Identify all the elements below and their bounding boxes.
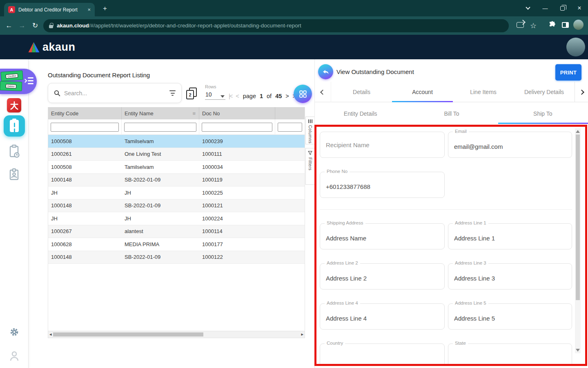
table-cell: 1000508 <box>48 138 122 144</box>
tab-close-icon[interactable]: × <box>87 7 91 12</box>
column-header-entity-name[interactable]: Entity Name≡ <box>122 107 199 119</box>
address-line-4-field[interactable]: Address Line 4 Address Line 4 <box>320 303 445 330</box>
email-field[interactable]: Email email@gmail.com <box>448 132 572 158</box>
settings-gear-icon[interactable] <box>9 327 19 339</box>
phone-no-field[interactable]: Phone No +601233877688 <box>320 172 445 198</box>
table-row[interactable]: 1000148SB-2022-01-091000121 <box>48 200 305 213</box>
address-line-5-field[interactable]: Address Line 5 Address Line 5 <box>448 303 572 330</box>
address-line-2-field[interactable]: Address Line 2 Address Line 2 <box>320 263 445 289</box>
browser-profile-avatar[interactable] <box>572 20 585 32</box>
table-row[interactable]: 1000148SB-2022-01-091000119 <box>48 174 305 187</box>
rows-caret-icon[interactable] <box>220 95 225 98</box>
print-button[interactable]: PRINT <box>555 64 581 81</box>
menu-open-icon[interactable] <box>24 77 33 85</box>
window-restore-button[interactable] <box>554 0 571 16</box>
window-dropdown-icon[interactable] <box>519 0 537 16</box>
tabs-scroll-left-icon[interactable] <box>315 82 331 102</box>
table-row[interactable]: JHJH1000225 <box>48 186 305 200</box>
tab-delivery-details[interactable]: Delivery Details <box>514 82 575 102</box>
angular-favicon-icon: A <box>8 6 15 13</box>
page-number: 1 <box>260 93 263 99</box>
browser-menu-kebab-icon[interactable]: ⋮ <box>585 22 588 29</box>
first-page-button[interactable]: |< <box>229 93 232 99</box>
scroll-left-icon[interactable]: ◂ <box>49 332 52 337</box>
filter-input-extra[interactable] <box>278 123 302 132</box>
columns-side-tab[interactable]: Columns <box>305 117 315 144</box>
table-row[interactable]: 1000628MEDIA PRIMA1000177 <box>48 238 305 251</box>
user-avatar[interactable] <box>566 38 585 56</box>
column-header-extra[interactable] <box>275 107 305 119</box>
address-bar[interactable]: akaun.cloud/#/applet/tnt/wavelet/erp/deb… <box>43 19 509 32</box>
rows-per-page-select[interactable]: 10 <box>205 91 212 98</box>
table-cell: Tamilselvam <box>122 164 199 170</box>
vertical-scroll-thumb[interactable] <box>576 135 580 300</box>
tabs-scroll-right-icon[interactable] <box>575 82 588 102</box>
applet-icon-clipboard-active[interactable] <box>4 115 25 137</box>
tab-account[interactable]: Account <box>392 82 453 102</box>
table-cell: SB-2022-01-09 <box>122 254 199 260</box>
scroll-down-icon[interactable] <box>576 349 580 352</box>
table-row[interactable]: 1000508Tamilselvam1000034 <box>48 161 305 174</box>
applet-icon-badge[interactable] <box>9 168 19 182</box>
tab-details[interactable]: Details <box>331 82 392 102</box>
state-field[interactable]: State <box>448 343 572 366</box>
address-line-1-field[interactable]: Address Line 1 Address Line 1 <box>448 223 572 249</box>
new-tab-button[interactable]: + <box>100 4 109 13</box>
table-cell: JH <box>122 190 199 196</box>
table-row[interactable]: 1000508Tamilselvam1000239 <box>48 135 305 148</box>
detail-title: View Outstanding Document <box>336 68 414 75</box>
applet-icon-red[interactable] <box>7 98 21 112</box>
side-panel-icon[interactable] <box>559 22 572 30</box>
subtab-ship-to[interactable]: Ship To <box>497 102 588 125</box>
creditor-binder-icon: Creditor <box>0 70 23 81</box>
shipping-address-field[interactable]: Shipping Address Address Name <box>320 223 445 249</box>
scroll-right-icon[interactable]: ▸ <box>301 332 303 337</box>
active-applet-pill[interactable]: Creditor Debtor <box>0 69 37 94</box>
table-cell: 1000121 <box>199 202 275 209</box>
country-field[interactable]: Country <box>320 343 445 366</box>
horizontal-scroll-thumb[interactable] <box>53 332 203 337</box>
table-row[interactable]: 1000261One Living Test1000111 <box>48 148 305 161</box>
search-input[interactable]: Search... <box>48 83 182 103</box>
horizontal-scrollbar[interactable]: ◂ ▸ <box>48 331 305 338</box>
table-cell: JH <box>122 215 199 222</box>
applet-icon-clipboard-report[interactable] <box>9 144 20 160</box>
bookmark-star-icon[interactable]: ☆ <box>527 21 540 30</box>
subtab-entity-details[interactable]: Entity Details <box>315 102 406 125</box>
table-row[interactable]: 1000148SB-2022-01-091000122 <box>48 251 305 264</box>
of-word: of <box>267 93 272 99</box>
filter-2-icon[interactable]: 2 <box>186 88 197 99</box>
back-circle-button[interactable] <box>318 64 333 79</box>
column-menu-icon[interactable]: ≡ <box>192 110 196 117</box>
scroll-up-icon[interactable] <box>576 130 580 133</box>
table-cell: JH <box>48 190 122 196</box>
prev-page-button[interactable]: < <box>236 93 239 99</box>
table-row[interactable]: 1000267alantest1000114 <box>48 225 305 238</box>
back-button[interactable]: ← <box>2 22 16 30</box>
extensions-puzzle-icon[interactable] <box>546 21 559 30</box>
share-icon[interactable] <box>514 22 527 30</box>
search-filter-icon[interactable] <box>169 90 176 96</box>
profile-person-icon[interactable] <box>9 351 19 363</box>
column-header-entity-code[interactable]: Entity Code <box>48 107 122 119</box>
filters-side-tab[interactable]: Filters <box>305 148 315 185</box>
table-row[interactable]: JHJH1000224 <box>48 212 305 225</box>
table-cell: 1000148 <box>48 202 122 209</box>
next-page-button[interactable]: > <box>285 93 289 99</box>
recipient-name-field[interactable]: Recipient Name <box>320 132 445 158</box>
window-close-button[interactable]: × <box>571 0 588 16</box>
column-header-doc-no[interactable]: Doc No <box>199 107 275 119</box>
browser-tab[interactable]: A Debtor and Creditor Report × <box>4 3 95 16</box>
subtab-bill-to[interactable]: Bill To <box>406 102 497 125</box>
grid-view-button[interactable] <box>294 85 312 103</box>
table-filter-row <box>48 119 305 135</box>
vertical-scrollbar[interactable] <box>575 128 581 353</box>
filter-input-doc-no[interactable] <box>202 123 272 132</box>
window-minimize-button[interactable]: — <box>537 0 554 16</box>
filter-input-entity-code[interactable] <box>51 123 119 132</box>
forward-button[interactable]: → <box>16 22 29 30</box>
reload-button[interactable]: ↻ <box>29 21 42 30</box>
address-line-3-field[interactable]: Address Line 3 Address Line 3 <box>448 263 572 289</box>
filter-input-entity-name[interactable] <box>124 123 196 132</box>
tab-line-items[interactable]: Line Items <box>453 82 514 102</box>
